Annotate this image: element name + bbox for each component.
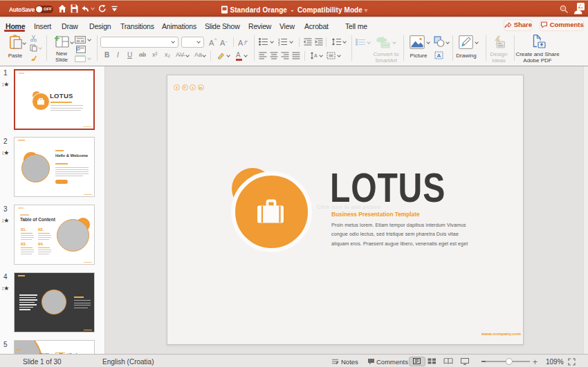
svg-text:A: A [437,53,441,59]
svg-text:3: 3 [278,43,280,46]
svg-text:A: A [314,53,318,58]
